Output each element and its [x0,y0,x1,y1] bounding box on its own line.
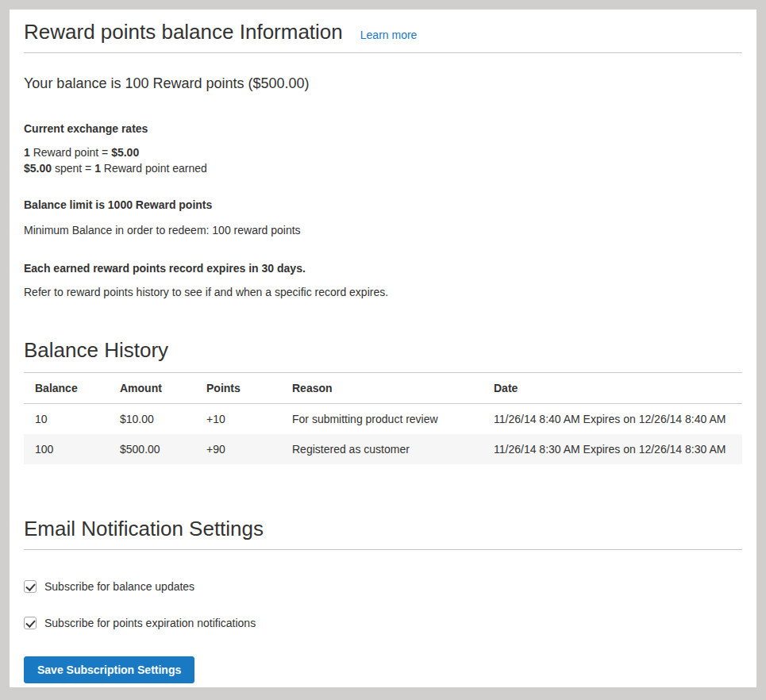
email-notification-header: Email Notification Settings [24,517,742,550]
column-header-balance: Balance [24,373,109,404]
table-row: 100 $500.00 +90 Registered as customer 1… [24,434,742,464]
cell-amount: $10.00 [109,404,195,435]
cell-balance: 100 [24,434,109,464]
subscribe-expiration-checkbox[interactable] [24,617,37,629]
subscribe-expiration-label[interactable]: Subscribe for points expiration notifica… [44,617,256,629]
column-header-reason: Reason [281,373,483,404]
exchange-rates-heading: Current exchange rates [24,122,742,135]
column-header-amount: Amount [109,373,195,404]
rate-point-to-money: 1 Reward point = $5.00 [24,144,742,160]
cell-points: +90 [195,434,281,464]
balance-limit-text: Balance limit is 1000 Reward points [24,198,742,211]
cell-date: 11/26/14 8:40 AM Expires on 12/26/14 8:4… [483,404,742,435]
exchange-rates: 1 Reward point = $5.00 $5.00 spent = 1 R… [24,144,742,176]
reward-points-panel: Reward points balance Information Learn … [10,10,756,687]
balance-history-title: Balance History [24,338,742,363]
subscribe-balance-updates-row: Subscribe for balance updates [24,580,742,593]
balance-history-table: Balance Amount Points Reason Date 10 $10… [24,372,742,464]
rate-money-to-point: $5.00 spent = 1 Reward point earned [24,160,742,176]
learn-more-link[interactable]: Learn more [360,29,418,41]
cell-points: +10 [195,404,281,435]
subscribe-balance-updates-checkbox[interactable] [24,580,37,593]
cell-balance: 10 [24,404,109,435]
expiry-note-text: Refer to reward points history to see if… [24,286,742,298]
column-header-points: Points [195,373,281,404]
cell-reason: Registered as customer [281,434,483,464]
save-subscription-settings-button[interactable]: Save Subscription Settings [24,656,194,683]
cell-date: 11/26/14 8:30 AM Expires on 12/26/14 8:3… [483,434,742,464]
cell-reason: For submitting product review [281,404,483,435]
table-row: 10 $10.00 +10 For submitting product rev… [24,404,742,435]
subscribe-balance-updates-label[interactable]: Subscribe for balance updates [44,580,194,593]
balance-summary: Your balance is 100 Reward points ($500.… [24,75,742,92]
min-redeem-text: Minimum Balance in order to redeem: 100 … [24,224,742,237]
page-header: Reward points balance Information Learn … [24,20,742,53]
cell-amount: $500.00 [109,434,195,464]
subscribe-expiration-row: Subscribe for points expiration notifica… [24,617,742,629]
balance-history-header: Balance History [24,338,742,363]
page-title: Reward points balance Information [24,20,343,44]
column-header-date: Date [483,373,742,404]
table-header-row: Balance Amount Points Reason Date [24,373,742,404]
email-notification-title: Email Notification Settings [24,517,742,541]
expiry-text: Each earned reward points record expires… [24,262,742,275]
